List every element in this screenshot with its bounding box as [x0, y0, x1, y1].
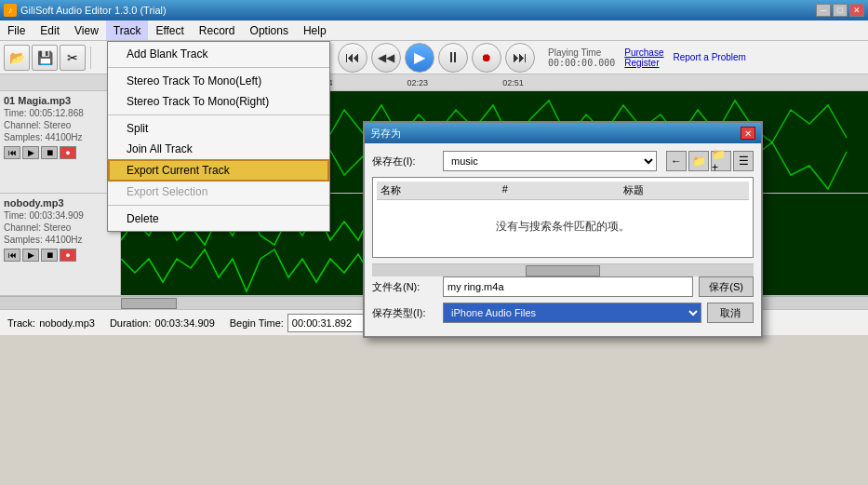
maximize-button[interactable]: □ — [833, 4, 848, 17]
report-problem-link[interactable]: Report a Problem — [674, 52, 746, 62]
begin-time-spin[interactable]: ▲ ▼ — [375, 314, 388, 332]
menubar: File Edit View Track Effect Record Optio… — [0, 20, 868, 41]
menu-options[interactable]: Options — [243, 20, 296, 40]
toolbar-sep1 — [90, 47, 91, 69]
minimize-button[interactable]: ─ — [816, 4, 831, 17]
titlebar-left: ♪ GiliSoft Audio Editor 1.3.0 (Trial) — [4, 4, 167, 17]
app-icon: ♪ — [4, 4, 17, 17]
track-value: nobody.mp3 — [39, 317, 95, 329]
transport-next-btn[interactable]: ⏭ — [505, 43, 535, 73]
track-1-controls: ⏮ ▶ ⏹ ● — [4, 146, 116, 159]
transport-rewind-btn[interactable]: ◀◀ — [371, 43, 401, 73]
hscrollbar-thumb[interactable] — [121, 298, 177, 309]
titlebar-buttons: ─ □ ✕ — [816, 4, 864, 17]
track-menu-sep1 — [108, 67, 329, 68]
end-time-label: End Time: — [403, 317, 449, 329]
begin-time-input[interactable] — [287, 314, 371, 332]
track-dropdown-menu: Add Blank Track Stereo Track To Mono(Lef… — [107, 41, 330, 232]
menu-record[interactable]: Record — [192, 20, 243, 40]
end-time-spin[interactable]: ▲ ▼ — [540, 314, 553, 332]
track-2-record-btn[interactable]: ● — [60, 249, 76, 262]
menu-track[interactable]: Track — [106, 20, 149, 40]
duration-value: 00:03:34.909 — [155, 317, 215, 329]
transport-pause-btn[interactable]: ⏸ — [438, 43, 468, 73]
transport-prev-btn[interactable]: ⏮ — [338, 43, 367, 73]
track-menu-sep3 — [108, 205, 329, 206]
transport-stop-btn[interactable]: ⏺ — [472, 43, 501, 73]
menu-edit[interactable]: Edit — [33, 20, 67, 40]
track-1-record-btn[interactable]: ● — [60, 146, 76, 159]
track-2-name: nobody.mp3 — [4, 197, 116, 209]
toolbar-cut-btn[interactable]: ✂ — [60, 45, 86, 71]
begin-time-up[interactable]: ▲ — [375, 314, 388, 323]
track-menu-delete[interactable]: Delete — [108, 209, 329, 229]
track-menu-sep2 — [108, 115, 329, 115]
time-marker-4: 02:51 — [502, 78, 524, 88]
menu-help[interactable]: Help — [296, 20, 334, 40]
purchase-area: Purchase Register — [624, 47, 663, 68]
end-time-input[interactable] — [452, 314, 536, 332]
purchase-link[interactable]: Purchase — [624, 47, 663, 58]
menu-file[interactable]: File — [0, 20, 33, 40]
track-label: Track: — [7, 317, 35, 329]
status-track: Track: nobody.mp3 — [7, 317, 95, 329]
end-time-down[interactable]: ▼ — [540, 323, 553, 332]
status-end-time: End Time: ▲ ▼ — [403, 314, 554, 332]
status-duration: Duration: 00:03:34.909 — [110, 317, 215, 329]
track-2-channel: Channel: Stereo — [4, 222, 116, 233]
track-2-samples: Samples: 44100Hz — [4, 235, 116, 245]
track-menu-join-all[interactable]: Join All Track — [108, 139, 329, 159]
menu-view[interactable]: View — [67, 20, 106, 40]
track-1-play-btn[interactable]: ▶ — [22, 146, 39, 159]
track-menu-export-current[interactable]: Export Current Track — [108, 159, 329, 182]
track-menu-split[interactable]: Split — [108, 118, 329, 139]
register-link[interactable]: Register — [624, 58, 663, 68]
track-1-channel: Channel: Stereo — [4, 120, 116, 130]
statusbar: Track: nobody.mp3 Duration: 00:03:34.909… — [0, 309, 868, 335]
track-menu-stereo-right[interactable]: Stereo Track To Mono(Right) — [108, 91, 329, 112]
track-1-stop-btn[interactable]: ⏹ — [41, 146, 58, 159]
track-menu-export-selection: Export Selection — [108, 182, 329, 202]
duration-label: Duration: — [110, 317, 152, 329]
track-menu-stereo-left[interactable]: Stereo Track To Mono(Left) — [108, 71, 329, 91]
status-time-length: Time Leng — [568, 317, 616, 329]
time-marker-3: 02:23 — [407, 78, 429, 88]
app-title: GiliSoft Audio Editor 1.3.0 (Trial) — [20, 5, 167, 16]
track-1-prev-btn[interactable]: ⏮ — [4, 146, 20, 159]
end-time-up[interactable]: ▲ — [540, 314, 553, 323]
playing-time-label: Playing Time 00:00:00.000 — [548, 47, 615, 68]
track-2-prev-btn[interactable]: ⏮ — [4, 249, 20, 262]
begin-time-down[interactable]: ▼ — [375, 323, 388, 332]
titlebar: ♪ GiliSoft Audio Editor 1.3.0 (Trial) ─ … — [0, 0, 868, 20]
toolbar-open-btn[interactable]: 📂 — [4, 45, 30, 71]
track-2-play-btn[interactable]: ▶ — [22, 249, 39, 262]
hscrollbar[interactable] — [0, 296, 868, 309]
begin-time-label: Begin Time: — [230, 317, 284, 329]
status-begin-time: Begin Time: ▲ ▼ — [230, 314, 388, 332]
track-1-name: 01 Magia.mp3 — [4, 95, 116, 106]
time-length-label: Time Leng — [568, 317, 616, 329]
track-2-info: nobody.mp3 Time: 00:03:34.909 Channel: S… — [0, 194, 121, 295]
menu-effect[interactable]: Effect — [148, 20, 191, 40]
track-menu-add-blank[interactable]: Add Blank Track — [108, 44, 329, 64]
track-2-time: Time: 00:03:34.909 — [4, 210, 116, 221]
transport-play-btn[interactable]: ▶ — [405, 43, 434, 73]
track-1-info: 01 Magia.mp3 Time: 00:05:12.868 Channel:… — [0, 91, 121, 193]
track-2-stop-btn[interactable]: ⏹ — [41, 249, 58, 262]
track-1-samples: Samples: 44100Hz — [4, 132, 116, 142]
track-2-controls: ⏮ ▶ ⏹ ● — [4, 249, 116, 262]
toolbar-save-btn[interactable]: 💾 — [32, 45, 58, 71]
close-button[interactable]: ✕ — [849, 4, 864, 17]
track-1-time: Time: 00:05:12.868 — [4, 108, 116, 118]
